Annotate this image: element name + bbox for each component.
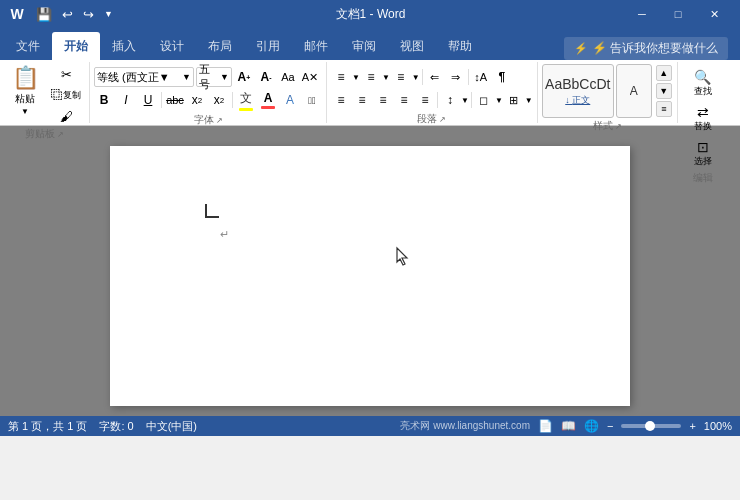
window-title: 文档1 - Word [336, 6, 406, 23]
paste-button[interactable]: 📋 粘贴 ▼ [4, 64, 46, 116]
zoom-in-button[interactable]: + [689, 420, 695, 432]
underline-button[interactable]: U [138, 90, 158, 110]
save-button[interactable]: 💾 [32, 5, 56, 24]
format-painter-button[interactable]: 🖌 [48, 106, 84, 126]
style-more[interactable]: ≡ [656, 101, 672, 117]
view-normal-button[interactable]: 📄 [538, 419, 553, 433]
styles-expand-icon[interactable]: ↗ [615, 122, 622, 131]
font-group-content: 等线 (西文正▼ ▼ 五号 ▼ A+ A- Aa A✕ B I U [94, 64, 322, 112]
justify-button[interactable]: ≡ [394, 90, 414, 110]
subscript-button[interactable]: x2 [187, 90, 207, 110]
copy-button[interactable]: ⿻ 复制 [48, 85, 84, 105]
distribute-button[interactable]: ≡ [415, 90, 435, 110]
cut-button[interactable]: ✂ [48, 64, 84, 84]
paragraph-expand-icon[interactable]: ↗ [439, 115, 446, 124]
font-name-select[interactable]: 等线 (西文正▼ ▼ [94, 67, 194, 87]
page-info[interactable]: 第 1 页，共 1 页 [8, 419, 87, 434]
para-row-2: ≡ ≡ ≡ ≡ ≡ ↕ ▼ ◻ ▼ ⊞ ▼ [331, 90, 533, 110]
show-marks-button[interactable]: ¶ [492, 67, 512, 87]
phonetic-guide-button[interactable]: 文̄ [302, 90, 322, 110]
tab-view[interactable]: 视图 [388, 32, 436, 60]
clear-format-icon: A✕ [302, 71, 318, 84]
replace-button[interactable]: ⇄ 替换 [682, 102, 724, 135]
borders-arrow[interactable]: ▼ [525, 96, 533, 105]
ribbon-toolbar: 📋 粘贴 ▼ ✂ ⿻ 复制 🖌 剪贴板 ↗ [0, 60, 740, 126]
paste-label: 粘贴 [15, 92, 35, 106]
style-scroll-down[interactable]: ▼ [656, 83, 672, 99]
text-effects-button[interactable]: A [280, 90, 300, 110]
tab-references[interactable]: 引用 [244, 32, 292, 60]
style-normal[interactable]: AaBbCcDt ↓ 正文 [542, 64, 614, 118]
strikethrough-button[interactable]: abc [165, 90, 185, 110]
paste-dropdown-arrow[interactable]: ▼ [21, 107, 29, 116]
clear-formatting-button[interactable]: A✕ [300, 67, 320, 87]
tab-file[interactable]: 文件 [4, 32, 52, 60]
restore-button[interactable]: □ [660, 0, 696, 28]
font-group: 等线 (西文正▼ ▼ 五号 ▼ A+ A- Aa A✕ B I U [90, 62, 327, 123]
multilevel-arrow[interactable]: ▼ [412, 73, 420, 82]
tab-design[interactable]: 设计 [148, 32, 196, 60]
tab-insert[interactable]: 插入 [100, 32, 148, 60]
highlight-button[interactable]: 文 [236, 90, 256, 110]
decrease-indent-button[interactable]: ⇐ [425, 67, 445, 87]
redo-button[interactable]: ↪ [79, 5, 98, 24]
font-expand-icon[interactable]: ↗ [216, 116, 223, 125]
zoom-slider[interactable] [621, 424, 681, 428]
multilevel-button[interactable]: ≡ [391, 67, 411, 87]
language-indicator[interactable]: 中文(中国) [146, 419, 197, 434]
tab-review[interactable]: 审阅 [340, 32, 388, 60]
sort-button[interactable]: ↕A [471, 67, 491, 87]
font-color-button[interactable]: A [258, 90, 278, 110]
numbering-arrow[interactable]: ▼ [382, 73, 390, 82]
paste-icon: 📋 [12, 65, 39, 91]
borders-button[interactable]: ⊞ [504, 90, 524, 110]
bullets-button[interactable]: ≡ [331, 67, 351, 87]
select-button[interactable]: ⊡ 选择 [682, 137, 724, 170]
phonetic-icon: 文̄ [308, 95, 315, 106]
close-button[interactable]: ✕ [696, 0, 732, 28]
italic-button[interactable]: I [116, 90, 136, 110]
undo-button[interactable]: ↩ [58, 5, 77, 24]
grow-font-button[interactable]: A+ [234, 67, 254, 87]
clipboard-expand-icon[interactable]: ↗ [57, 130, 64, 139]
tab-home[interactable]: 开始 [52, 32, 100, 60]
style-scroll-up[interactable]: ▲ [656, 65, 672, 81]
shading-button[interactable]: ◻ [474, 90, 494, 110]
paragraph-mark: ↵ [220, 228, 229, 241]
bold-button[interactable]: B [94, 90, 114, 110]
shrink-font-button[interactable]: A- [256, 67, 276, 87]
find-button[interactable]: 🔍 查找 [682, 67, 724, 100]
bullets-arrow[interactable]: ▼ [352, 73, 360, 82]
change-case-button[interactable]: Aa [278, 67, 298, 87]
font-size-arrow: ▼ [220, 72, 229, 82]
shading-arrow[interactable]: ▼ [495, 96, 503, 105]
line-spacing-arrow[interactable]: ▼ [461, 96, 469, 105]
align-center-button[interactable]: ≡ [352, 90, 372, 110]
style-partial[interactable]: A [616, 64, 652, 118]
document-page[interactable]: ↵ [110, 146, 630, 406]
tab-layout[interactable]: 布局 [196, 32, 244, 60]
numbering-button[interactable]: ≡ [361, 67, 381, 87]
tab-mailings[interactable]: 邮件 [292, 32, 340, 60]
minimize-button[interactable]: ─ [624, 0, 660, 28]
status-bar-left: 第 1 页，共 1 页 字数: 0 中文(中国) [8, 419, 197, 434]
word-count[interactable]: 字数: 0 [99, 419, 133, 434]
tab-help[interactable]: 帮助 [436, 32, 484, 60]
font-size-select[interactable]: 五号 ▼ [196, 67, 232, 87]
superscript-button[interactable]: x2 [209, 90, 229, 110]
highlight-color-bar [239, 108, 253, 111]
tell-me-bar[interactable]: ⚡ ⚡ 告诉我你想要做什么 [556, 37, 736, 60]
customize-qa-button[interactable]: ▼ [100, 7, 117, 21]
font-separator-1 [161, 92, 162, 108]
zoom-out-button[interactable]: − [607, 420, 613, 432]
title-bar-left: W 💾 ↩ ↪ ▼ [8, 5, 117, 24]
view-web-button[interactable]: 🌐 [584, 419, 599, 433]
font-row-1: 等线 (西文正▼ ▼ 五号 ▼ A+ A- Aa A✕ [94, 67, 320, 87]
tell-me-text[interactable]: ⚡ ⚡ 告诉我你想要做什么 [564, 37, 728, 60]
increase-indent-button[interactable]: ⇒ [446, 67, 466, 87]
zoom-level[interactable]: 100% [704, 420, 732, 432]
align-right-button[interactable]: ≡ [373, 90, 393, 110]
align-left-button[interactable]: ≡ [331, 90, 351, 110]
view-read-button[interactable]: 📖 [561, 419, 576, 433]
line-spacing-button[interactable]: ↕ [440, 90, 460, 110]
